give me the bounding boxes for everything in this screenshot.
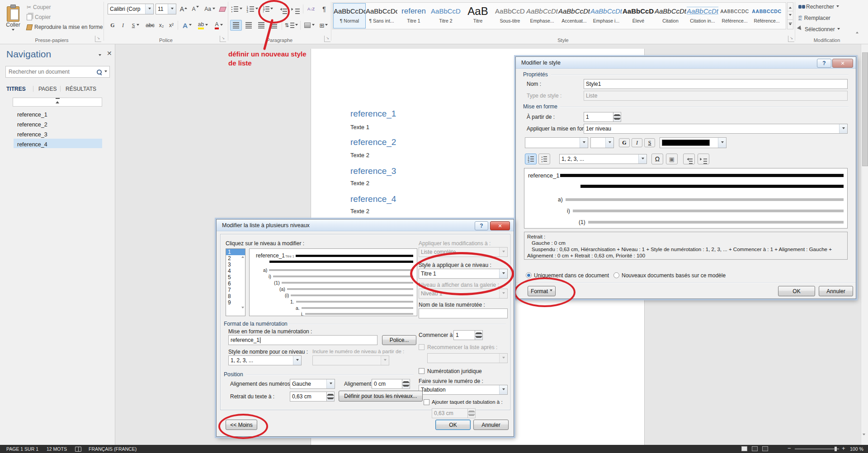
subscript-button[interactable]: x₂ xyxy=(156,20,166,31)
close-pane-icon[interactable]: ✕ xyxy=(107,50,112,57)
style-item-heading2[interactable]: AaBbCcDTitre 2 xyxy=(429,3,462,28)
cut-button[interactable]: ✂ Couper xyxy=(26,3,51,12)
zoom-slider-track[interactable] xyxy=(795,448,839,449)
scroll-down-icon[interactable] xyxy=(863,435,865,444)
start-at-input[interactable]: 1 xyxy=(584,112,613,122)
start-at-spinner[interactable] xyxy=(475,330,483,340)
show-formatting-marks-button[interactable]: ¶ xyxy=(319,4,330,14)
start-at-input[interactable]: 1 xyxy=(453,330,475,340)
style-item-emphasis[interactable]: AaBbCcDtAccentuat... xyxy=(558,3,590,28)
grow-font-button[interactable]: A xyxy=(178,4,189,14)
legal-numbering-checkbox[interactable] xyxy=(419,368,425,374)
print-layout-icon[interactable] xyxy=(752,446,758,451)
radio-only-this-document[interactable] xyxy=(526,272,532,278)
style-item-no-spacing[interactable]: AaBbCcDc¶ Sans int... xyxy=(365,3,398,28)
zoom-slider-thumb[interactable] xyxy=(835,447,837,451)
increase-indent-button[interactable] xyxy=(698,154,709,164)
gallery-more-button[interactable] xyxy=(787,19,793,29)
search-icon[interactable] xyxy=(97,70,102,75)
start-at-spinner[interactable] xyxy=(613,112,621,122)
format-color-select[interactable] xyxy=(660,137,726,148)
find-button[interactable]: Rechercher xyxy=(798,2,840,11)
highlight-color-button[interactable]: ab xyxy=(195,20,211,31)
list-name-input[interactable] xyxy=(419,308,508,318)
increase-indent-button[interactable] xyxy=(290,4,302,14)
level-option[interactable]: 5 xyxy=(226,274,245,280)
style-item-intense-reference[interactable]: AABBCCDCRéférence... xyxy=(750,3,783,28)
line-spacing-button[interactable]: ⇅ xyxy=(283,20,299,31)
collapse-ribbon-button[interactable] xyxy=(853,27,862,36)
chevron-down-icon[interactable] xyxy=(145,4,153,14)
font-family-select[interactable]: Calibri (Corp xyxy=(108,4,154,14)
format-italic-button[interactable]: I xyxy=(632,138,642,147)
borders-button[interactable]: ⊞ xyxy=(317,20,330,31)
level-listbox[interactable]: 1 2 3 4 5 6 7 8 9 xyxy=(226,248,245,316)
zoom-level[interactable]: 100 % xyxy=(850,446,863,452)
level-option[interactable]: 9 xyxy=(226,299,245,306)
gallery-scroll-down[interactable] xyxy=(787,11,793,20)
shrink-font-button[interactable]: A xyxy=(190,4,201,14)
chevron-down-icon[interactable] xyxy=(605,138,613,148)
paragraph-dialog-launcher[interactable]: ↘ xyxy=(324,36,330,42)
style-item-heading1[interactable]: referenTitre 1 xyxy=(397,3,430,28)
decrease-indent-button[interactable] xyxy=(683,154,695,164)
style-item-quote[interactable]: AaBbCcDtCitation xyxy=(654,3,687,28)
close-button[interactable]: ✕ xyxy=(490,221,510,230)
jump-to-top-button[interactable] xyxy=(13,98,102,107)
style-item-subtle-reference[interactable]: AABBCCDCRéférence... xyxy=(718,3,751,28)
language-indicator[interactable]: FRANÇAIS (FRANCE) xyxy=(89,446,137,452)
add-tab-stop-label[interactable]: Ajouter taquet de tabulation à : xyxy=(432,399,503,405)
scroll-up-icon[interactable] xyxy=(241,250,244,256)
clipboard-dialog-launcher[interactable]: ↘ xyxy=(95,36,101,42)
word-count[interactable]: 12 MOTS xyxy=(47,446,67,452)
zoom-in-button[interactable]: + xyxy=(842,445,845,452)
chevron-down-icon[interactable] xyxy=(293,356,301,365)
cancel-button[interactable]: Annuler xyxy=(473,420,509,430)
ok-button[interactable]: OK xyxy=(778,286,815,296)
scrollbar-thumb[interactable] xyxy=(862,52,868,166)
close-button[interactable]: ✕ xyxy=(832,59,853,68)
cancel-button[interactable]: Annuler xyxy=(819,286,853,296)
replace-button[interactable]: ab acRemplacer xyxy=(798,14,831,23)
scroll-down-icon[interactable] xyxy=(241,308,244,315)
proofing-icon[interactable] xyxy=(75,447,81,452)
numbered-list-toggle[interactable]: 1 2 3 xyxy=(525,154,537,164)
chevron-down-icon[interactable] xyxy=(638,154,646,163)
help-button[interactable]: ? xyxy=(475,221,488,230)
font-dialog-launcher[interactable]: ↘ xyxy=(220,36,226,42)
read-mode-icon[interactable] xyxy=(741,446,747,451)
page-indicator[interactable]: PAGE 1 SUR 1 xyxy=(6,446,38,452)
numbered-list-button[interactable]: 1 2 3 xyxy=(245,4,259,14)
radio-new-documents-label[interactable]: Nouveaux documents basés sur ce modèle xyxy=(622,272,726,279)
level-option[interactable]: 8 xyxy=(226,293,245,299)
style-item-title[interactable]: AaBTitre xyxy=(462,3,494,28)
level-option[interactable]: 6 xyxy=(226,280,245,287)
font-size-select[interactable]: 11 xyxy=(156,4,176,14)
chevron-down-icon[interactable] xyxy=(718,138,726,148)
style-item-normal[interactable]: AaBbCcDc¶ Normal xyxy=(333,3,366,28)
tab-pages[interactable]: PAGES xyxy=(38,86,57,92)
tab-headings[interactable]: TITRES xyxy=(6,86,26,92)
nav-item-reference4[interactable]: reference_4 xyxy=(17,140,47,149)
level-option[interactable]: 3 xyxy=(226,262,245,268)
level-option[interactable]: 7 xyxy=(226,287,245,293)
format-font-select[interactable] xyxy=(525,137,588,148)
select-button[interactable]: Sélectionner xyxy=(798,25,840,34)
text-effects-button[interactable]: A xyxy=(180,20,194,31)
font-color-button[interactable]: A xyxy=(212,20,226,31)
set-all-levels-button[interactable]: Définir pour tous les niveaux... xyxy=(339,391,423,402)
nav-item-reference3[interactable]: reference_3 xyxy=(17,130,47,140)
style-item-strong[interactable]: AaBbCcDcÉlevé xyxy=(622,3,655,28)
alignment-input[interactable]: 0 cm xyxy=(372,379,402,389)
apply-formatting-select[interactable]: 1er niveau xyxy=(584,124,848,134)
help-button[interactable]: ? xyxy=(817,59,831,68)
font-dialog-button[interactable]: Police... xyxy=(382,335,416,345)
align-center-button[interactable] xyxy=(243,20,255,31)
clear-formatting-button[interactable] xyxy=(218,4,227,14)
web-layout-icon[interactable] xyxy=(762,446,768,451)
number-style-select[interactable]: 1, 2, 3, ... xyxy=(228,355,302,365)
chevron-down-icon[interactable] xyxy=(580,138,588,148)
chevron-down-icon[interactable] xyxy=(499,385,507,394)
text-indent-input[interactable]: 0,63 cm xyxy=(290,392,327,402)
bullet-list-toggle[interactable]: • • • xyxy=(538,154,550,164)
